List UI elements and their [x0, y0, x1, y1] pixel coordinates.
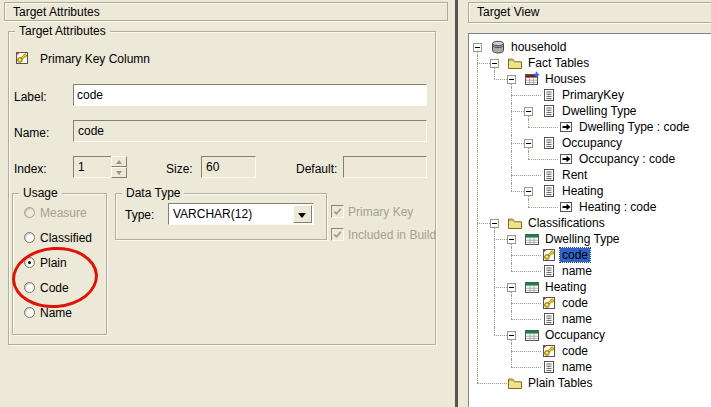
tree-expander-minus[interactable]: [473, 43, 482, 52]
name-caption: Name:: [14, 126, 49, 140]
radio-plain[interactable]: [24, 257, 35, 268]
tree-item-dwelling-type-code[interactable]: Dwelling Type : code: [469, 119, 711, 135]
tree-item-label[interactable]: name: [560, 360, 594, 374]
tree-item-rent[interactable]: Rent: [469, 167, 711, 183]
tree-item-label[interactable]: code: [560, 296, 590, 310]
tree-item-occupancy-code[interactable]: Occupancy : code: [469, 151, 711, 167]
tree-item-label[interactable]: name: [560, 312, 594, 326]
tree-item-heating[interactable]: Heating: [469, 183, 711, 199]
tree-guide: [477, 343, 478, 359]
tree-item-label[interactable]: Rent: [560, 168, 589, 182]
tree-item-label[interactable]: household: [509, 40, 568, 54]
radio-name[interactable]: [24, 307, 35, 318]
tree-expander-minus[interactable]: [507, 75, 516, 84]
tree-item-classifications[interactable]: Classifications: [469, 215, 711, 231]
radio-label-measure: Measure: [40, 206, 87, 220]
tree-item-label[interactable]: Houses: [543, 72, 588, 86]
mapping-icon: [558, 151, 574, 167]
tree-item-occupancy[interactable]: Occupancy: [469, 327, 711, 343]
radio-label-plain: Plain: [40, 256, 67, 270]
tree-guide: [511, 295, 512, 303]
column-icon: [541, 87, 557, 103]
tree-item-label[interactable]: Occupancy : code: [577, 152, 677, 166]
tree-item-houses[interactable]: Houses: [469, 71, 711, 87]
checkbox-primary-key: [331, 205, 344, 218]
data-type-combobox[interactable]: VARCHAR(12): [168, 203, 314, 225]
tree-guide: [528, 199, 529, 207]
tree-item-code[interactable]: code: [469, 247, 711, 263]
tree-guide: [494, 295, 495, 311]
flag-included-in-build: Included in Build: [331, 228, 451, 242]
chevron-down-icon: [298, 213, 306, 218]
tree-guide: [494, 311, 495, 327]
tree-expander-minus[interactable]: [507, 235, 516, 244]
target-attributes-panel-title: Target Attributes: [13, 5, 100, 19]
tree-item-name[interactable]: name: [469, 359, 711, 375]
tree-item-primarykey[interactable]: PrimaryKey: [469, 87, 711, 103]
tree-expander-minus[interactable]: [524, 187, 533, 196]
tree-guide: [477, 63, 478, 71]
tree-item-label[interactable]: PrimaryKey: [560, 88, 626, 102]
tree-item-label[interactable]: Heating: [543, 280, 588, 294]
tree-guide: [494, 287, 495, 295]
tree-item-dwelling-type[interactable]: Dwelling Type: [469, 103, 711, 119]
tree-expander-minus[interactable]: [490, 59, 499, 68]
tree-guide: [477, 135, 478, 151]
index-spin-up-button: [111, 156, 127, 167]
tree-item-label[interactable]: code: [560, 248, 590, 262]
name-field: code: [73, 120, 427, 142]
tree-item-household[interactable]: household: [469, 39, 711, 55]
tree-guide: [494, 335, 507, 336]
label-caption: Label:: [14, 90, 47, 104]
tree-item-label[interactable]: Occupancy: [543, 328, 607, 342]
tree-expander-minus[interactable]: [490, 219, 499, 228]
tree-item-label[interactable]: Heating : code: [577, 200, 658, 214]
tree-item-fact-tables[interactable]: Fact Tables: [469, 55, 711, 71]
tree-expander-minus[interactable]: [524, 139, 533, 148]
index-caption: Index:: [14, 162, 47, 176]
tree-guide: [511, 255, 541, 256]
column-icon: [541, 103, 557, 119]
tree-item-name[interactable]: name: [469, 263, 711, 279]
tree-item-code[interactable]: code: [469, 343, 711, 359]
tree-item-occupancy[interactable]: Occupancy: [469, 135, 711, 151]
tree-item-label[interactable]: Plain Tables: [526, 376, 595, 390]
dropdown-button[interactable]: [293, 205, 312, 223]
tree-item-plain-tables[interactable]: Plain Tables: [469, 375, 711, 391]
folder-icon: [507, 375, 523, 391]
tree-expander-minus[interactable]: [524, 107, 533, 116]
usage-option-name[interactable]: Name: [12, 306, 105, 319]
tree-guide: [477, 359, 478, 375]
tree-item-heating[interactable]: Heating: [469, 279, 711, 295]
usage-option-code[interactable]: Code: [12, 281, 105, 294]
tree-item-label[interactable]: Fact Tables: [526, 56, 591, 70]
tree-item-label[interactable]: Classifications: [526, 216, 607, 230]
tree-item-label[interactable]: Dwelling Type: [560, 104, 638, 118]
tree-item-label[interactable]: name: [560, 264, 594, 278]
tree-item-code[interactable]: code: [469, 295, 711, 311]
radio-code[interactable]: [24, 282, 35, 293]
tree-item-label[interactable]: Dwelling Type : code: [577, 120, 692, 134]
tree-guide: [477, 71, 478, 87]
mapping-icon: [558, 199, 574, 215]
size-field: 60: [201, 156, 256, 178]
tree-item-label[interactable]: Occupancy: [560, 136, 624, 150]
tree-expander-minus[interactable]: [507, 283, 516, 292]
tree-item-dwelling-type[interactable]: Dwelling Type: [469, 231, 711, 247]
tree-guide: [511, 103, 512, 111]
label-input[interactable]: [73, 84, 427, 106]
tree-item-label[interactable]: Dwelling Type: [543, 232, 621, 246]
usage-option-plain[interactable]: Plain: [12, 256, 105, 269]
radio-classified[interactable]: [24, 232, 35, 243]
tree-expander-minus[interactable]: [507, 331, 516, 340]
tree-item-heating-code[interactable]: Heating : code: [469, 199, 711, 215]
size-caption: Size:: [166, 162, 193, 176]
tree-item-name[interactable]: name: [469, 311, 711, 327]
mapping-icon: [558, 119, 574, 135]
tree-item-label[interactable]: code: [560, 344, 590, 358]
tree-guide: [511, 271, 541, 272]
tree-guide: [528, 119, 529, 127]
class-table-icon: [524, 279, 540, 295]
tree-item-label[interactable]: Heating: [560, 184, 605, 198]
usage-option-classified[interactable]: Classified: [12, 231, 105, 244]
